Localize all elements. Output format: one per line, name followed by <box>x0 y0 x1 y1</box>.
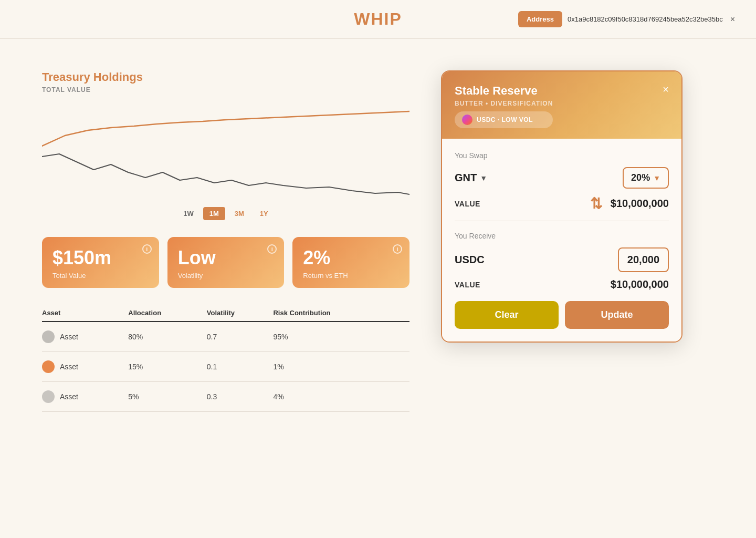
address-section: Address 0x1a9c8182c09f50c8318d769245bea5… <box>518 11 735 27</box>
volatility-value: Low <box>178 247 274 268</box>
return-value: 2% <box>303 247 399 268</box>
stable-reserve-modal: Stable Reserve BUTTER • DIVERSIFICATION … <box>441 70 682 343</box>
you-swap-label: You Swap <box>455 151 669 160</box>
receive-amount[interactable]: 20,000 <box>618 247 669 272</box>
return-label: Return vs ETH <box>303 272 399 280</box>
total-value-amount: $150m <box>52 247 149 268</box>
total-value-label: Total Value <box>52 272 149 280</box>
modal-header: Stable Reserve BUTTER • DIVERSIFICATION … <box>442 71 681 139</box>
token-from-arrow-icon: ▼ <box>480 174 487 182</box>
treasury-title: Treasury Holdings <box>42 70 410 84</box>
swap-from-row: GNT ▼ 20% ▼ <box>455 167 669 189</box>
asset-dot-orange <box>42 360 55 373</box>
header: WHIP Address 0x1a9c8182c09f50c8318d76924… <box>0 0 756 39</box>
asset-dot-gray <box>42 330 55 343</box>
update-button[interactable]: Update <box>565 301 669 329</box>
stat-cards: i $150m Total Value i Low Volatility i 2… <box>42 237 410 288</box>
you-receive-label: You Receive <box>455 232 669 240</box>
swap-value-label: VALUE <box>455 200 480 208</box>
asset-name-1: Asset <box>60 333 78 341</box>
asset-risk-2: 1% <box>273 351 410 381</box>
table-row: Asset 15% 0.1 1% <box>42 351 410 381</box>
swap-value-row: VALUE ⇅ $10,000,000 <box>455 195 669 212</box>
swap-arrows-icon: ⇅ <box>590 195 602 212</box>
col-header-asset: Asset <box>42 305 128 322</box>
col-header-risk: Risk Contribution <box>273 305 410 322</box>
modal-title: Stable Reserve <box>455 84 553 98</box>
table-row: Asset 80% 0.7 95% <box>42 322 410 352</box>
modal-subtitle-prefix: BUTTER <box>455 100 484 107</box>
volatility-label: Volatility <box>178 272 274 280</box>
time-filter-1w[interactable]: 1W <box>177 207 200 220</box>
clear-button[interactable]: Clear <box>455 301 559 329</box>
info-icon-1[interactable]: i <box>142 244 152 254</box>
token-to-name: USDC <box>455 254 485 266</box>
treasury-chart <box>42 104 410 199</box>
amount-from-value: 20% <box>631 172 650 183</box>
app-logo: WHIP <box>354 9 402 29</box>
modal-subtitle-suffix: DIVERSIFICATION <box>491 100 553 107</box>
modal-body: You Swap GNT ▼ 20% ▼ VALUE ⇅ $10,0 <box>442 139 681 342</box>
receive-value-amount: $10,000,000 <box>611 278 669 291</box>
amount-from-arrow-icon: ▼ <box>653 174 660 182</box>
time-filter-1y[interactable]: 1Y <box>254 207 275 220</box>
modal-subtitle-dot: • <box>486 100 491 107</box>
badge-text: USDC · LOW VOL <box>477 116 533 123</box>
swap-value-amount: $10,000,000 <box>611 198 669 210</box>
stat-card-return: i 2% Return vs ETH <box>292 237 410 288</box>
asset-allocation-1: 80% <box>128 322 207 352</box>
stat-card-volatility: i Low Volatility <box>167 237 285 288</box>
divider <box>455 221 669 221</box>
stat-card-total-value: i $150m Total Value <box>42 237 159 288</box>
amount-from-selector[interactable]: 20% ▼ <box>623 167 669 189</box>
right-panel: Stable Reserve BUTTER • DIVERSIFICATION … <box>441 70 682 412</box>
address-button[interactable]: Address <box>518 11 562 27</box>
main-content: Treasury Holdings TOTAL VALUE 1W 1M 3M 1… <box>0 39 756 433</box>
time-filters: 1W 1M 3M 1Y <box>42 207 410 220</box>
asset-name-3: Asset <box>60 392 78 401</box>
table-row: Asset 5% 0.3 4% <box>42 381 410 411</box>
asset-dot-lightgray <box>42 390 55 403</box>
asset-volatility-2: 0.1 <box>207 351 274 381</box>
asset-risk-1: 95% <box>273 322 410 352</box>
modal-subtitle: BUTTER • DIVERSIFICATION <box>455 100 553 107</box>
asset-volatility-1: 0.7 <box>207 322 274 352</box>
asset-allocation-2: 15% <box>128 351 207 381</box>
receive-row: USDC 20,000 <box>455 247 669 272</box>
asset-risk-3: 4% <box>273 381 410 411</box>
asset-allocation-3: 5% <box>128 381 207 411</box>
col-header-allocation: Allocation <box>128 305 207 322</box>
token-from-name: GNT <box>455 172 477 184</box>
left-panel: Treasury Holdings TOTAL VALUE 1W 1M 3M 1… <box>42 70 410 412</box>
receive-value-row: VALUE $10,000,000 <box>455 278 669 291</box>
asset-name-2: Asset <box>60 363 78 371</box>
modal-header-left: Stable Reserve BUTTER • DIVERSIFICATION … <box>455 84 553 128</box>
badge-icon <box>462 115 472 125</box>
modal-close-icon[interactable]: × <box>663 84 669 95</box>
address-value: 0x1a9c8182c09f50c8318d769245bea52c32be35… <box>568 15 723 23</box>
time-filter-3m[interactable]: 3M <box>228 207 250 220</box>
receive-value-label: VALUE <box>455 281 480 289</box>
modal-actions: Clear Update <box>455 301 669 329</box>
info-icon-2[interactable]: i <box>267 244 277 254</box>
address-close-icon[interactable]: × <box>730 15 735 24</box>
info-icon-3[interactable]: i <box>393 244 402 254</box>
col-header-volatility: Volatility <box>207 305 274 322</box>
modal-badge: USDC · LOW VOL <box>455 111 553 128</box>
time-filter-1m[interactable]: 1M <box>203 207 225 220</box>
token-from-selector[interactable]: GNT ▼ <box>455 172 487 184</box>
treasury-subtitle: TOTAL VALUE <box>42 86 410 94</box>
assets-table: Asset Allocation Volatility Risk Contrib… <box>42 305 410 412</box>
asset-volatility-3: 0.3 <box>207 381 274 411</box>
